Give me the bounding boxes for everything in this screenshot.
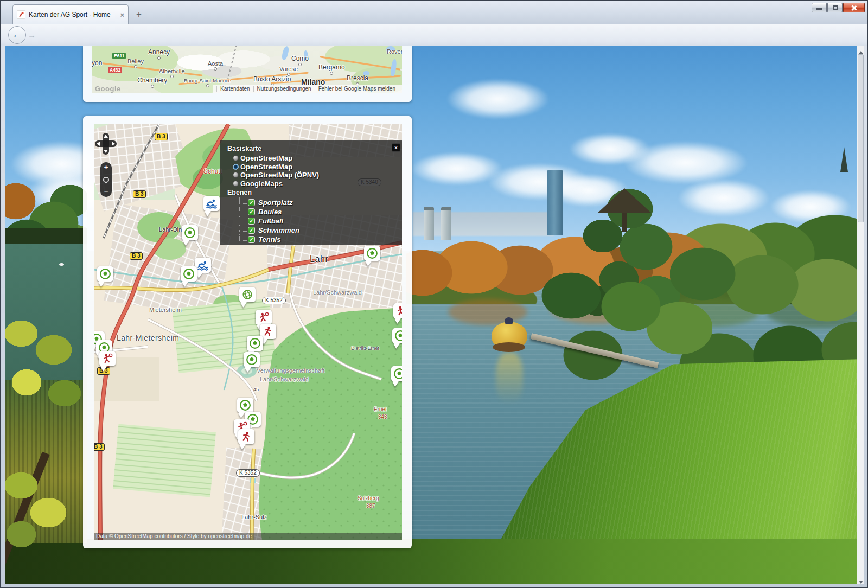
map-marker[interactable] (203, 196, 220, 211)
map-place-label: Bergamo (318, 63, 345, 75)
map-marker[interactable] (181, 266, 197, 282)
osm-attribution: Data © OpenStreetMap contributors / Styl… (94, 533, 402, 540)
navigation-toolbar: ← → www.oberrheinkonferenz.org /de/sport… (1, 24, 867, 46)
map-marker[interactable] (391, 366, 402, 381)
scroll-up-icon[interactable] (857, 46, 864, 54)
road-badge: B 3 (133, 190, 146, 198)
map-marker[interactable] (97, 266, 113, 282)
google-map[interactable]: yonBelleyAnnecyAlbertvilleChambéryAostaB… (92, 46, 402, 93)
photo-overhanging-branch (5, 301, 86, 420)
window-maximize-button[interactable] (827, 3, 843, 12)
map-marker[interactable] (238, 429, 254, 444)
pan-up-icon[interactable] (104, 135, 108, 138)
radio-icon[interactable] (233, 181, 239, 187)
map-place-label: Lahr-Sulz (241, 514, 267, 520)
window-minimize-button[interactable] (812, 3, 827, 12)
layer-switcher-panel: × Basiskarte OpenStreetMap OpenStreetMap (220, 140, 402, 245)
checkbox-icon[interactable] (248, 208, 255, 215)
site-favicon-icon (17, 10, 25, 19)
photo-yellow-buoy (492, 322, 527, 350)
attribution-segment[interactable]: Data © (96, 533, 114, 539)
overlay-option[interactable]: Boules (239, 207, 397, 216)
road-badge: B 3 (155, 133, 168, 140)
zoom-in-button[interactable]: + (104, 164, 108, 171)
overlay-option[interactable]: Tennis (239, 235, 397, 244)
map-place-label: Lahr-Mietersheim (117, 334, 179, 342)
radio-icon[interactable] (233, 164, 239, 170)
back-button[interactable]: ← (8, 26, 26, 44)
tab-title: Karten der AG Sport - Home (29, 11, 117, 18)
window-titlebar: Karten der AG Sport - Home × + (1, 1, 867, 24)
map-marker[interactable] (244, 352, 260, 367)
map-place-label: Mietersheim (149, 306, 182, 313)
map-attribution-link[interactable]: Kartendaten (216, 86, 253, 92)
osm-map[interactable]: SchuttLahr-DingLahrLahr/SchwarzwaldMiete… (94, 124, 402, 540)
map-marker[interactable] (256, 310, 272, 325)
photo-dam-pylon (424, 207, 434, 240)
panel-close-icon[interactable]: × (392, 143, 400, 152)
tree-line (239, 216, 247, 222)
pan-down-icon[interactable] (104, 150, 108, 153)
road-badge: K 5352 (262, 297, 286, 304)
map-marker[interactable] (99, 351, 116, 366)
baselayer-option[interactable]: OpenStreetMap (233, 163, 397, 171)
page-viewport: yonBelleyAnnecyAlbertvilleChambéryAostaB… (5, 46, 864, 584)
photo-bird (59, 263, 64, 266)
attribution-segment[interactable]: openstreetmap.de (208, 533, 252, 539)
overlay-option[interactable]: Schwimmen (239, 226, 397, 235)
map-place-label: Schutt (203, 168, 222, 175)
radio-icon[interactable] (233, 172, 239, 178)
map-marker[interactable] (237, 398, 253, 413)
map-marker[interactable] (195, 258, 211, 273)
map-pan-control[interactable] (95, 133, 117, 155)
map-attribution-link[interactable]: Fehler bei Google Maps melden (315, 86, 399, 92)
checkbox-icon[interactable] (248, 218, 255, 225)
map-marker[interactable] (182, 225, 198, 240)
baselayer-heading: Basiskarte (227, 145, 397, 152)
baselayer-option[interactable]: OpenStreetMap (233, 154, 397, 163)
map-marker[interactable] (247, 336, 263, 351)
pan-right-icon[interactable] (112, 142, 115, 146)
road-badge: B 3 (94, 443, 105, 451)
map-place-label: Rover (387, 48, 402, 55)
baselayer-option[interactable]: GoogleMaps (233, 180, 397, 188)
map-marker[interactable] (364, 246, 380, 261)
window-close-button[interactable] (843, 3, 865, 12)
browser-tab[interactable]: Karten der AG Sport - Home × (12, 4, 129, 24)
map-marker[interactable] (392, 328, 402, 343)
checkbox-icon[interactable] (248, 236, 255, 243)
world-extent-icon[interactable] (103, 176, 110, 183)
overlay-option[interactable]: Fußball (239, 216, 397, 226)
map-place-label: Aosta (208, 60, 223, 71)
content-box-map: SchuttLahr-DingLahrLahr/SchwarzwaldMiete… (83, 116, 412, 548)
map-place-label: Lahr/Schwarzwald (313, 289, 362, 296)
vertical-scrollbar[interactable] (857, 46, 864, 584)
scrollbar-thumb[interactable] (858, 54, 864, 222)
attribution-segment[interactable]: OpenStreetMap (114, 533, 153, 539)
forward-button[interactable]: → (28, 30, 39, 40)
map-attribution-link[interactable]: Nutzungsbedingungen (253, 86, 315, 92)
map-marker[interactable] (239, 287, 256, 302)
map-place-label: Verwaltungsgemeinschaft (257, 367, 324, 374)
map-marker[interactable] (393, 303, 402, 318)
photo-gazebo-post (622, 213, 627, 232)
new-tab-button[interactable]: + (132, 8, 146, 21)
checkbox-icon[interactable] (248, 199, 255, 206)
tab-close-icon[interactable]: × (120, 11, 124, 19)
road-badge: E611 (112, 53, 126, 59)
attribution-segment[interactable]: contributors / Style by (153, 533, 208, 539)
google-watermark: Google (95, 85, 121, 93)
photo-church-spire (840, 147, 848, 172)
map-zoom-control[interactable]: + − (100, 162, 112, 197)
scroll-down-icon[interactable] (857, 576, 864, 584)
baselayer-option[interactable]: OpenStreetMap (ÖPNV) (233, 171, 397, 180)
overlay-option[interactable]: Sportplatz (239, 198, 397, 207)
zoom-out-button[interactable]: − (104, 188, 108, 195)
pan-left-icon[interactable] (97, 142, 100, 146)
radio-icon[interactable] (233, 155, 239, 161)
tree-line (239, 225, 247, 232)
checkbox-icon[interactable] (248, 227, 255, 234)
tree-line (239, 234, 247, 241)
map-place-label: Chambéry (137, 76, 167, 88)
map-place-label: 45 (253, 387, 259, 392)
